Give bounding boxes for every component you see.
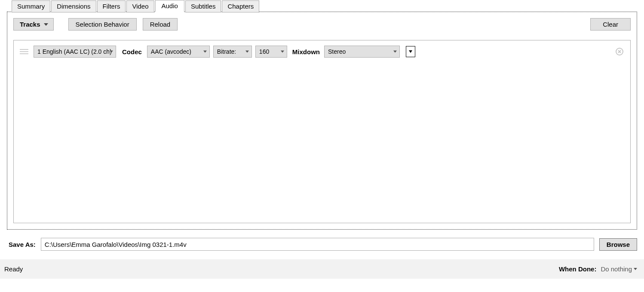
codec-label: Codec <box>122 48 142 55</box>
tracks-label: Tracks <box>20 21 40 28</box>
track-row: 1 English (AAC LC) (2.0 ch) Codec AAC (a… <box>20 46 624 58</box>
save-as-row: Save As: Browse <box>0 230 644 255</box>
mixdown-label: Mixdown <box>292 48 320 55</box>
codec-value: AAC (avcodec) <box>151 48 191 55</box>
track-source-value: 1 English (AAC LC) (2.0 ch) <box>37 48 112 55</box>
chevron-down-icon <box>393 51 397 53</box>
clear-button[interactable]: Clear <box>590 18 631 31</box>
chevron-down-icon <box>409 50 412 53</box>
tab-bar: Summary Dimensions Filters Video Audio S… <box>0 0 644 12</box>
when-done-dropdown[interactable]: Do nothing <box>601 265 637 273</box>
reload-button[interactable]: Reload <box>143 18 178 31</box>
when-done-value: Do nothing <box>601 265 632 273</box>
chevron-down-icon <box>110 51 113 53</box>
save-as-label: Save As: <box>9 241 36 248</box>
tab-video[interactable]: Video <box>126 0 154 12</box>
track-list: 1 English (AAC LC) (2.0 ch) Codec AAC (a… <box>13 40 631 223</box>
codec-dropdown[interactable]: AAC (avcodec) <box>147 46 210 58</box>
chevron-down-icon <box>245 51 249 53</box>
tab-audio[interactable]: Audio <box>155 0 184 12</box>
when-done-label: When Done: <box>559 265 597 273</box>
tab-subtitles[interactable]: Subtitles <box>185 0 221 12</box>
bitrate-value: 160 <box>259 48 269 55</box>
status-text: Ready <box>4 265 23 273</box>
remove-track-button[interactable] <box>615 47 624 56</box>
chevron-down-icon <box>634 268 637 270</box>
selection-behavior-button[interactable]: Selection Behavior <box>68 18 137 31</box>
bitrate-label: Bitrate: <box>217 48 236 55</box>
audio-panel: Tracks Selection Behavior Reload Clear 1… <box>7 12 637 230</box>
track-source-dropdown[interactable]: 1 English (AAC LC) (2.0 ch) <box>34 46 116 58</box>
mixdown-value: Stereo <box>328 48 346 55</box>
chevron-down-icon <box>281 51 284 53</box>
tab-summary[interactable]: Summary <box>12 0 50 12</box>
expand-track-button[interactable] <box>406 46 415 57</box>
chevron-down-icon <box>203 51 207 53</box>
drag-handle-icon[interactable] <box>20 47 28 56</box>
mixdown-dropdown[interactable]: Stereo <box>324 46 400 58</box>
tab-dimensions[interactable]: Dimensions <box>51 0 96 12</box>
bitrate-value-dropdown[interactable]: 160 <box>255 46 287 58</box>
close-circle-icon <box>615 47 624 56</box>
tab-chapters[interactable]: Chapters <box>222 0 259 12</box>
audio-toolbar: Tracks Selection Behavior Reload Clear <box>13 18 631 31</box>
save-as-input[interactable] <box>41 238 594 251</box>
chevron-down-icon <box>44 23 48 26</box>
tab-filters[interactable]: Filters <box>97 0 126 12</box>
tracks-dropdown[interactable]: Tracks <box>13 18 54 31</box>
status-bar: Ready When Done: Do nothing <box>0 259 644 279</box>
bitrate-mode-dropdown[interactable]: Bitrate: <box>213 46 252 58</box>
browse-button[interactable]: Browse <box>599 238 637 251</box>
